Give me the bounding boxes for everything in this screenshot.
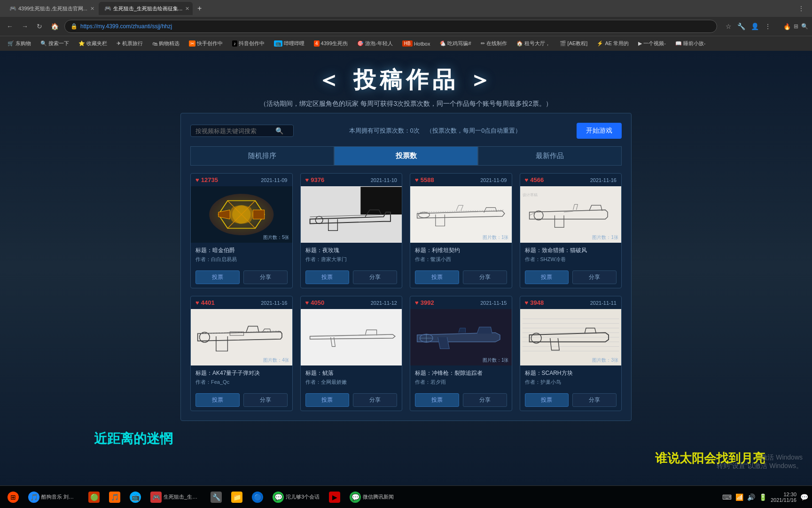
- taskbar-app8[interactable]: 🔵: [248, 490, 267, 505]
- start-button[interactable]: ⊞: [4, 490, 23, 505]
- card-6-header: ♥ 4050 2021-11-12: [301, 296, 402, 309]
- card-5-image[interactable]: 图片数：4张: [191, 309, 292, 365]
- tab-close-2[interactable]: ✕: [185, 6, 189, 12]
- bookmark-ae[interactable]: 🎬 [AE教程]: [556, 39, 592, 48]
- card-5-share-btn[interactable]: 分享: [243, 393, 288, 407]
- card-2-vote-btn[interactable]: 投票: [305, 270, 350, 284]
- bookmark-bilibili[interactable]: 📺 哔哩哔哩: [270, 39, 308, 48]
- bookmark-4399[interactable]: 4 4399生死伤: [310, 39, 351, 48]
- heart-icon-3: ♥: [415, 176, 419, 183]
- card-7-image[interactable]: 图片数：1张: [410, 309, 512, 365]
- search-icon[interactable]: 🔍: [275, 127, 283, 135]
- card-2-image[interactable]: [301, 186, 402, 243]
- card-8-share-btn[interactable]: 分享: [572, 393, 617, 407]
- card-1-vote-btn[interactable]: 投票: [195, 270, 240, 284]
- card-3: ♥ 5588 2021-11-09: [410, 173, 512, 288]
- bookmark-douyin[interactable]: ♪ 抖音创作中: [228, 39, 268, 48]
- card-1-image[interactable]: 图片数：5张: [191, 186, 292, 243]
- tab-close-1[interactable]: ✕: [90, 6, 94, 12]
- tray-battery[interactable]: 🔋: [759, 493, 767, 501]
- card-5-vote-btn[interactable]: 投票: [195, 393, 240, 407]
- card-7-vote-btn[interactable]: 投票: [415, 393, 459, 407]
- taskbar-video-player[interactable]: ▶: [325, 490, 344, 505]
- taskbar-app6[interactable]: 🔧: [207, 490, 226, 505]
- bookmark-hotbox[interactable]: HB Hotbox: [398, 40, 434, 48]
- tray-keyboard[interactable]: ⌨: [722, 493, 732, 501]
- tab-active[interactable]: 🎮 生死狙击_生死狙击绘画征集... ✕: [99, 2, 193, 15]
- bookmark-travel[interactable]: ✈ 机票旅行: [113, 39, 147, 48]
- taskbar-app2[interactable]: 🟢: [85, 490, 103, 505]
- vote-reset-text: （投票次数，每周一0点自动重置）: [426, 127, 521, 134]
- card-6-vote-btn[interactable]: 投票: [305, 393, 350, 407]
- forward-button[interactable]: →: [19, 21, 31, 32]
- profile-button[interactable]: 👤: [749, 21, 761, 32]
- start-game-button[interactable]: 开始游戏: [577, 123, 622, 139]
- star-button[interactable]: ☆: [724, 21, 734, 32]
- bookmark-kuaishou[interactable]: ✂ 快手创作中: [185, 39, 226, 48]
- settings-button[interactable]: ⋮: [763, 21, 773, 32]
- bookmark-search[interactable]: 🔍 搜索一下: [37, 39, 73, 48]
- taskbar-wechat2[interactable]: 💬 微信腾讯新闻: [346, 490, 398, 505]
- tray-action-center[interactable]: 💬: [800, 493, 808, 501]
- tray-network[interactable]: 📶: [735, 493, 743, 501]
- bookmark-shopping[interactable]: 🛒 东购物: [4, 39, 35, 48]
- taskbar-game[interactable]: 🎮 生死狙击_生死狙击...: [147, 490, 205, 505]
- home-button[interactable]: 🏠: [48, 21, 62, 32]
- app3-icon: 🎵: [109, 492, 120, 503]
- card-6-share-btn[interactable]: 分享: [353, 393, 397, 407]
- address-text[interactable]: https://my.4399.com/zhuanti/ssjj/hhzj: [80, 23, 172, 30]
- card-2-share-btn[interactable]: 分享: [353, 270, 397, 284]
- bookmark-online-make[interactable]: ✏ 在线制作: [477, 39, 511, 48]
- card-2-actions: 投票 分享: [301, 267, 402, 288]
- taskbar-wechat[interactable]: 💬 沱儿够3个会话: [269, 490, 323, 505]
- card-1-share-btn[interactable]: 分享: [243, 270, 288, 284]
- bookmark-favorites[interactable]: ⭐ 收藏夹栏: [75, 39, 111, 48]
- card-8-header: ♥ 3948 2021-11-11: [520, 296, 622, 309]
- tab-random[interactable]: 随机排序: [190, 146, 334, 166]
- tab-votes[interactable]: 投票数: [334, 146, 478, 166]
- card-4-author: 作者：SHZW冷巷: [525, 256, 617, 263]
- card-6-info: 标题：鱿落 作者：全网最娇嫩: [301, 365, 402, 389]
- card-3-image[interactable]: 图片数：1张: [410, 186, 512, 243]
- card-3-share-btn[interactable]: 分享: [463, 270, 507, 284]
- card-3-vote-btn[interactable]: 投票: [415, 270, 459, 284]
- card-3-date: 2021-11-09: [480, 177, 507, 183]
- card-4-image[interactable]: 设计草稿 图片数：1张: [520, 186, 622, 243]
- card-5-votes: ♥ 4401: [195, 299, 215, 306]
- card-6-image[interactable]: [301, 309, 402, 365]
- bookmark-gamepao[interactable]: 🎯 游泡-年轻人: [353, 39, 397, 48]
- bookmark-story[interactable]: 📖 睡前小故-: [671, 39, 710, 48]
- card-4-vote-btn[interactable]: 投票: [525, 270, 569, 284]
- taskbar-app3[interactable]: 🎵: [105, 490, 124, 505]
- extension-button[interactable]: 🔧: [735, 21, 747, 32]
- taskbar-bilibili[interactable]: 📺: [126, 490, 145, 505]
- tab-newest[interactable]: 最新作品: [478, 146, 622, 166]
- back-button[interactable]: ←: [4, 21, 16, 32]
- bookmark-ae2[interactable]: ⚡ AE 常用的: [593, 39, 632, 48]
- browser-menu-icon[interactable]: ⋮: [794, 5, 808, 12]
- card-4-share-btn[interactable]: 分享: [572, 270, 617, 284]
- refresh-button[interactable]: ↻: [34, 21, 45, 32]
- address-input-box[interactable]: 🔒 https://my.4399.com/zhuanti/ssjj/hhzj: [64, 20, 717, 33]
- search-input[interactable]: [195, 127, 275, 135]
- search-tray-icon[interactable]: 🔍: [801, 23, 808, 30]
- taskbar-kugou[interactable]: 🎵 酷狗音乐 刘健SH...: [24, 490, 83, 505]
- new-tab-button[interactable]: +: [194, 4, 205, 13]
- bookmark-chicken[interactable]: 🐔 吃鸡骂骗#: [436, 39, 475, 48]
- bookmark-video[interactable]: ▶ 一个视频-: [634, 39, 670, 48]
- card-7-share-btn[interactable]: 分享: [463, 393, 507, 407]
- main-container: 🔍 本周拥有可投票次数：0次 （投票次数，每周一0点自动重置） 开始游戏 随机排…: [180, 113, 632, 421]
- bookmark-rent[interactable]: 🏠 租号大厅，: [513, 39, 554, 48]
- card-7-img-count: 图片数：1张: [483, 357, 509, 364]
- clock[interactable]: 12:30 2021/11/16: [771, 492, 796, 503]
- system-tray-browser: 🔥 ⊞ 🔍: [783, 23, 808, 30]
- bookmark-products[interactable]: 🛍 购物精选: [148, 39, 183, 48]
- tab-inactive[interactable]: 🎮 4399生死狙击,生死狙击官网... ✕: [4, 2, 98, 15]
- tray-volume[interactable]: 🔊: [747, 493, 755, 501]
- taskbar-folder[interactable]: 📁: [227, 490, 246, 505]
- heart-icon-2: ♥: [305, 176, 309, 183]
- search-box[interactable]: 🔍: [190, 125, 294, 137]
- card-1-img-count: 图片数：5张: [263, 234, 289, 241]
- card-8-image[interactable]: 图片数：3张: [520, 309, 622, 365]
- card-8-vote-btn[interactable]: 投票: [525, 393, 569, 407]
